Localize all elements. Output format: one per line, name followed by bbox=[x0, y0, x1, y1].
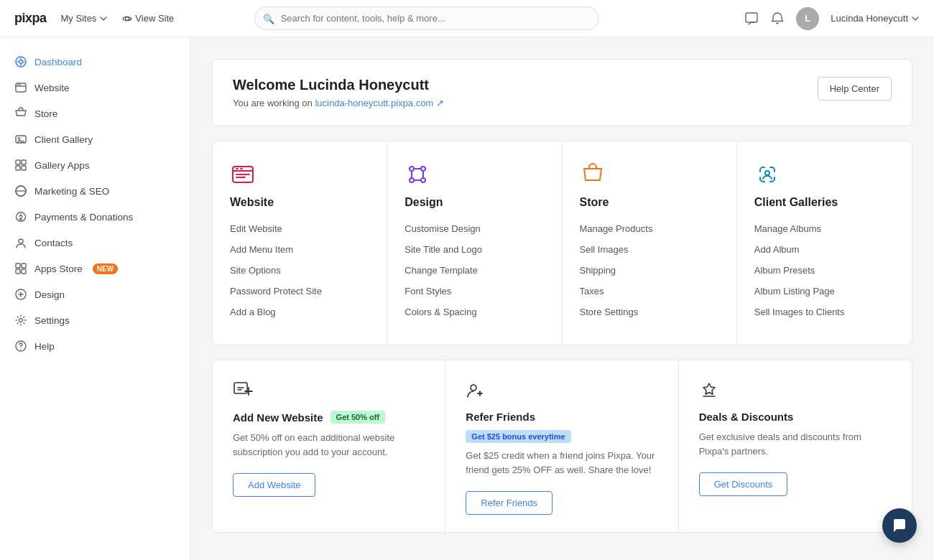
refer-friends-icon bbox=[466, 381, 657, 401]
refer-friends-button[interactable]: Refer Friends bbox=[466, 491, 552, 515]
refer-friends-badge: Get $25 bonus everytime bbox=[466, 430, 570, 443]
sidebar-item-dashboard[interactable]: Dashboard bbox=[0, 49, 190, 75]
qa-link[interactable]: Album Presets bbox=[754, 265, 894, 276]
svg-point-6 bbox=[19, 84, 21, 85]
qa-link[interactable]: Sell Images to Clients bbox=[754, 307, 894, 317]
bottom-cards-section: Add New Website Get 50% off Get 50% off … bbox=[212, 360, 912, 533]
svg-point-29 bbox=[410, 167, 414, 171]
settings-icon bbox=[14, 314, 27, 327]
site-url-link[interactable]: lucinda-honeycutt.pixpa.com ↗ bbox=[315, 98, 443, 108]
qa-link[interactable]: Manage Albums bbox=[754, 223, 894, 234]
sidebar-item-label: Marketing & SEO bbox=[34, 186, 109, 197]
svg-point-32 bbox=[421, 178, 425, 182]
sidebar-item-apps-store[interactable]: Apps Store NEW bbox=[0, 256, 190, 281]
refer-friends-desc: Get $25 credit when a friend joins Pixpa… bbox=[466, 449, 657, 477]
chat-bubble[interactable] bbox=[882, 508, 917, 543]
qa-link[interactable]: Add Menu Item bbox=[230, 244, 369, 255]
qa-website-title: Website bbox=[230, 196, 369, 209]
chat-icon[interactable] bbox=[744, 11, 759, 26]
qa-link[interactable]: Password Protect Site bbox=[230, 286, 369, 297]
welcome-section: Welcome Lucinda Honeycutt You are workin… bbox=[212, 59, 912, 126]
qa-link[interactable]: Sell Images bbox=[580, 244, 719, 255]
sidebar-item-settings[interactable]: Settings bbox=[0, 307, 190, 333]
design-icon bbox=[14, 288, 27, 301]
design-qa-icon bbox=[404, 162, 544, 187]
svg-rect-28 bbox=[240, 168, 243, 169]
add-website-button[interactable]: Add Website bbox=[233, 473, 315, 497]
qa-link[interactable]: Add a Blog bbox=[230, 307, 369, 317]
refer-friends-title: Refer Friends bbox=[466, 411, 535, 423]
qa-link[interactable]: Shipping bbox=[580, 265, 719, 276]
welcome-subtitle: You are working on lucinda-honeycutt.pix… bbox=[233, 98, 444, 108]
qa-link[interactable]: Font Styles bbox=[404, 286, 544, 297]
get-discounts-button[interactable]: Get Discounts bbox=[699, 472, 788, 496]
svg-rect-11 bbox=[16, 166, 20, 170]
marketing-icon bbox=[14, 185, 27, 197]
help-center-button[interactable]: Help Center bbox=[818, 77, 892, 101]
svg-point-33 bbox=[765, 171, 769, 175]
sidebar-item-client-gallery[interactable]: Client Gallery bbox=[0, 126, 190, 152]
sidebar-item-design[interactable]: Design bbox=[0, 281, 190, 307]
sidebar-item-marketing-seo[interactable]: Marketing & SEO bbox=[0, 178, 190, 204]
add-website-title-row: Add New Website Get 50% off bbox=[233, 411, 425, 424]
qa-link[interactable]: Customise Design bbox=[404, 223, 544, 234]
sidebar-item-label: Help bbox=[34, 341, 55, 352]
qa-link[interactable]: Change Template bbox=[404, 265, 544, 276]
qa-col-design: Design Customise Design Site Title and L… bbox=[387, 141, 562, 345]
sidebar-item-label: Design bbox=[34, 289, 65, 300]
qa-link[interactable]: Taxes bbox=[580, 286, 719, 297]
qa-link[interactable]: Site Title and Logo bbox=[404, 244, 544, 255]
svg-rect-12 bbox=[22, 166, 26, 170]
sidebar-item-label: Contacts bbox=[34, 238, 73, 248]
sidebar-item-label: Dashboard bbox=[34, 57, 82, 67]
sidebar-item-label: Gallery Apps bbox=[34, 160, 90, 171]
refer-friends-card: Refer Friends Get $25 bonus everytime Ge… bbox=[445, 360, 678, 532]
qa-link[interactable]: Store Settings bbox=[580, 307, 719, 317]
gallery-apps-icon bbox=[14, 159, 27, 172]
qa-link[interactable]: Manage Products bbox=[580, 223, 719, 234]
qa-link[interactable]: Edit Website bbox=[230, 223, 369, 234]
view-site-link[interactable]: View Site bbox=[122, 13, 174, 24]
qa-link[interactable]: Site Options bbox=[230, 265, 369, 276]
sidebar-item-label: Settings bbox=[34, 315, 70, 326]
contacts-icon bbox=[14, 236, 27, 249]
svg-point-30 bbox=[421, 167, 425, 171]
add-website-card: Add New Website Get 50% off Get 50% off … bbox=[213, 360, 445, 532]
quick-actions-section: Website Edit Website Add Menu Item Site … bbox=[212, 141, 912, 345]
avatar[interactable]: L bbox=[796, 7, 819, 30]
bell-icon[interactable] bbox=[770, 11, 785, 26]
search-input[interactable] bbox=[254, 6, 599, 30]
sidebar: Dashboard Website Store Client Gallery bbox=[0, 37, 190, 560]
svg-point-3 bbox=[19, 60, 23, 64]
search-icon: 🔍 bbox=[263, 13, 274, 24]
my-sites-label: My Sites bbox=[61, 13, 97, 24]
qa-store-title: Store bbox=[580, 196, 719, 209]
store-icon bbox=[14, 107, 27, 120]
svg-point-35 bbox=[471, 385, 476, 391]
svg-point-0 bbox=[126, 17, 129, 20]
qa-link[interactable]: Colors & Spacing bbox=[404, 307, 544, 317]
sidebar-item-gallery-apps[interactable]: Gallery Apps bbox=[0, 152, 190, 178]
new-badge: NEW bbox=[93, 263, 118, 274]
apps-store-icon bbox=[14, 262, 27, 275]
qa-link[interactable]: Add Album bbox=[754, 244, 894, 255]
sidebar-item-help[interactable]: Help bbox=[0, 333, 190, 359]
welcome-title: Welcome Lucinda Honeycutt bbox=[233, 77, 444, 93]
sidebar-item-store[interactable]: Store bbox=[0, 101, 190, 126]
svg-rect-18 bbox=[16, 269, 20, 274]
sidebar-item-label: Client Gallery bbox=[34, 134, 93, 145]
user-menu[interactable]: Lucinda Honeycutt bbox=[831, 13, 920, 24]
svg-rect-19 bbox=[22, 269, 26, 274]
sidebar-item-contacts[interactable]: Contacts bbox=[0, 230, 190, 256]
svg-point-8 bbox=[18, 138, 20, 140]
svg-rect-16 bbox=[16, 263, 20, 268]
website-qa-icon bbox=[230, 162, 369, 187]
eye-icon bbox=[122, 14, 132, 24]
brand-logo[interactable]: pixpa bbox=[14, 11, 47, 26]
sidebar-item-website[interactable]: Website bbox=[0, 75, 190, 101]
qa-link[interactable]: Album Listing Page bbox=[754, 286, 894, 297]
deals-discounts-icon bbox=[699, 381, 892, 401]
sidebar-item-label: Apps Store bbox=[34, 263, 83, 274]
sidebar-item-payments-donations[interactable]: Payments & Donations bbox=[0, 204, 190, 230]
my-sites-menu[interactable]: My Sites bbox=[61, 13, 108, 24]
